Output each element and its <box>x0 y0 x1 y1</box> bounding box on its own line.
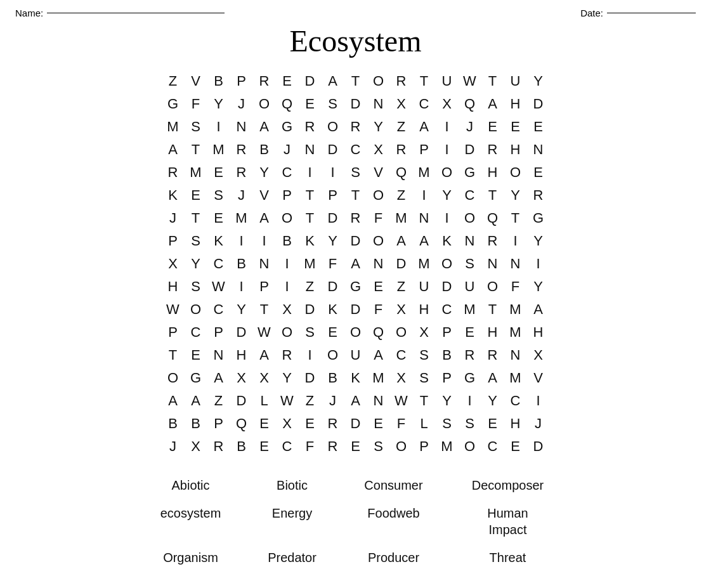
grid-cell: R <box>527 184 550 207</box>
grid-cell: O <box>504 161 527 184</box>
grid-cell: X <box>276 298 299 321</box>
grid-cell: C <box>481 435 504 458</box>
grid-cell: T <box>481 298 504 321</box>
grid-cell: S <box>459 412 481 435</box>
grid-cell: M <box>230 207 253 230</box>
grid-cell: E <box>207 161 230 184</box>
grid-cell: H <box>230 344 253 367</box>
grid-cell: A <box>390 230 413 252</box>
grid-cell: M <box>185 161 207 184</box>
grid-cell: X <box>367 138 390 161</box>
grid-cell: S <box>436 412 459 435</box>
word-item: Biotic <box>242 477 343 493</box>
grid-cell: X <box>527 344 550 367</box>
grid-cell: Z <box>390 275 413 298</box>
grid-cell: J <box>162 435 185 458</box>
grid-cell: D <box>344 412 367 435</box>
grid-cell: N <box>504 252 527 275</box>
grid-cell: M <box>504 321 527 344</box>
grid-cell: Y <box>367 115 390 138</box>
grid-cell: F <box>390 412 413 435</box>
grid-cell: M <box>504 298 527 321</box>
grid-cell: M <box>299 252 322 275</box>
date-field: Date: <box>580 8 696 18</box>
grid-cell: F <box>367 207 390 230</box>
grid-cell: R <box>162 161 185 184</box>
grid-cell: O <box>436 161 459 184</box>
date-label: Date: <box>580 8 603 18</box>
grid-cell: B <box>436 344 459 367</box>
grid-cell: X <box>390 298 413 321</box>
grid-cell: G <box>276 115 299 138</box>
grid-cell: H <box>504 412 527 435</box>
grid-cell: O <box>322 115 344 138</box>
word-item: Producer <box>343 549 445 566</box>
grid-cell: H <box>413 298 436 321</box>
grid-cell: O <box>459 207 481 230</box>
grid-cell: F <box>504 275 527 298</box>
grid-cell: N <box>230 115 253 138</box>
grid-cell: T <box>344 70 367 93</box>
grid-cell: O <box>276 207 299 230</box>
grid-cell: O <box>367 230 390 252</box>
grid-cell: E <box>481 412 504 435</box>
grid-cell: N <box>207 344 230 367</box>
grid-cell: D <box>299 367 322 389</box>
grid-cell: R <box>390 70 413 93</box>
grid-cell: C <box>413 93 436 115</box>
grid-cell: S <box>299 321 322 344</box>
grid-cell: X <box>230 367 253 389</box>
grid-cell: D <box>344 298 367 321</box>
grid-cell: W <box>459 70 481 93</box>
grid-cell: P <box>276 184 299 207</box>
grid-cell: A <box>322 70 344 93</box>
grid-cell: A <box>367 344 390 367</box>
grid-cell: D <box>230 389 253 412</box>
grid-cell: A <box>207 367 230 389</box>
grid-cell: V <box>253 184 276 207</box>
grid-cell: G <box>162 93 185 115</box>
grid-cell: T <box>185 138 207 161</box>
grid-cell: R <box>481 344 504 367</box>
grid-cell: M <box>504 367 527 389</box>
grid-cell: D <box>344 93 367 115</box>
grid-cell: R <box>253 70 276 93</box>
grid-cell: S <box>185 230 207 252</box>
grid-cell: P <box>436 367 459 389</box>
word-item: Decomposer <box>445 477 571 493</box>
grid-cell: D <box>527 435 550 458</box>
grid-cell: T <box>253 298 276 321</box>
grid-cell: M <box>413 161 436 184</box>
grid-cell: P <box>207 321 230 344</box>
grid-cell: J <box>230 93 253 115</box>
word-search-grid: ZVBPREDATORTUWTUYGFYJOQESDNXCXQAHDMSINAG… <box>162 70 550 458</box>
grid-cell: T <box>504 207 527 230</box>
grid-cell: H <box>527 321 550 344</box>
grid-cell: S <box>367 435 390 458</box>
grid-cell: G <box>185 367 207 389</box>
grid-cell: T <box>481 184 504 207</box>
words-grid: AbioticBioticConsumerDecomposerecosystem… <box>140 477 571 566</box>
grid-cell: R <box>276 344 299 367</box>
grid-cell: U <box>344 344 367 367</box>
grid-cell: S <box>322 93 344 115</box>
grid-cell: A <box>481 93 504 115</box>
grid-cell: B <box>162 412 185 435</box>
grid-cell: X <box>390 93 413 115</box>
grid-cell: Y <box>322 230 344 252</box>
grid-cell: R <box>390 138 413 161</box>
grid-cell: F <box>367 298 390 321</box>
grid-cell: H <box>481 161 504 184</box>
grid-cell: P <box>162 321 185 344</box>
grid-cell: C <box>390 344 413 367</box>
grid-cell: O <box>367 184 390 207</box>
grid-cell: N <box>527 138 550 161</box>
grid-cell: E <box>253 412 276 435</box>
grid-cell: Y <box>276 367 299 389</box>
grid-cell: K <box>162 184 185 207</box>
word-list-section: AbioticBioticConsumerDecomposerecosystem… <box>0 471 711 578</box>
grid-cell: O <box>162 367 185 389</box>
grid-cell: G <box>344 275 367 298</box>
grid-cell: J <box>527 412 550 435</box>
grid-cell: S <box>344 161 367 184</box>
